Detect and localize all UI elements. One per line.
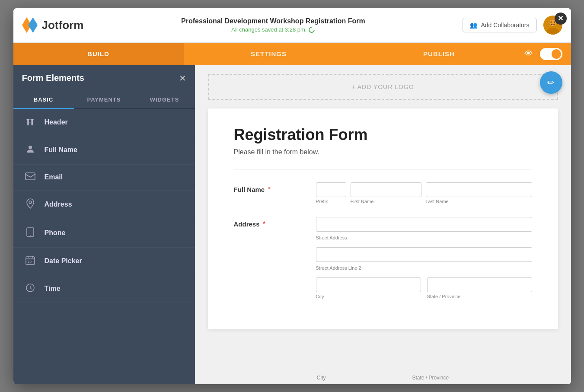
header-icon: H — [24, 117, 37, 128]
logo-text: Jotform — [42, 19, 84, 32]
modal: ✕ Jotform Professional Development Works… — [13, 8, 571, 384]
form-subheading: Please fill in the form below. — [234, 148, 532, 156]
logo-add-area[interactable]: + ADD YOUR LOGO — [208, 74, 558, 100]
state-group: State / Province — [427, 277, 532, 299]
firstname-group: First Name — [351, 182, 421, 204]
sidebar-item-datepicker[interactable]: 10 Date Picker — [13, 248, 195, 275]
time-icon — [24, 283, 37, 295]
address-label-col: Address * — [234, 217, 303, 299]
name-fields-row: Prefix First Name Last Name — [316, 182, 532, 204]
sidebar-tab-payments[interactable]: PAYMENTS — [74, 91, 134, 108]
city-label: City — [316, 294, 421, 299]
sidebar-item-header[interactable]: H Header — [13, 109, 195, 136]
svg-point-7 — [554, 22, 555, 23]
toggle-switch[interactable] — [540, 48, 562, 60]
sidebar-close-button[interactable]: ✕ — [179, 73, 186, 83]
save-status: All changes saved at 3:28 pm. — [181, 26, 365, 33]
nav-tab-publish[interactable]: PUBLISH — [354, 43, 524, 65]
form-card: Registration Form Please fill in the for… — [208, 108, 558, 329]
background: ✕ Jotform Professional Development Works… — [0, 0, 584, 392]
sidebar-item-address[interactable]: Address — [13, 191, 195, 219]
address-inputs: Street Address Street Address Line 2 — [316, 217, 532, 299]
sidebar-header: Form Elements ✕ — [13, 65, 195, 91]
nav-right-controls: 👁 — [524, 48, 571, 60]
header-center: Professional Development Workshop Regist… — [181, 17, 365, 33]
firstname-label: First Name — [351, 199, 421, 204]
sidebar-tabs: BASIC PAYMENTS WIDGETS — [13, 91, 195, 109]
sidebar-title: Form Elements — [22, 73, 84, 83]
street-address2-row: Street Address Line 2 — [316, 247, 532, 271]
header-right: 👥 Add Collaborators — [463, 16, 562, 35]
sidebar-tab-basic[interactable]: BASIC — [13, 91, 74, 108]
datepicker-icon: 10 — [24, 255, 37, 267]
form-heading: Registration Form — [234, 126, 532, 144]
sidebar-item-email[interactable]: Email — [13, 165, 195, 191]
form-divider — [234, 169, 532, 169]
nav-tab-build[interactable]: BUILD — [13, 43, 184, 65]
firstname-input[interactable] — [351, 182, 421, 197]
lastname-input[interactable] — [426, 182, 532, 197]
street-label: Street Address — [316, 235, 347, 240]
jotform-logo-icon — [22, 17, 38, 33]
toggle-knob — [552, 49, 561, 59]
state-label: State / Province — [427, 294, 532, 299]
lastname-group: Last Name — [426, 182, 532, 204]
nav-tab-settings[interactable]: SETTINGS — [184, 43, 354, 65]
fullname-field: Full Name * Prefix F — [234, 182, 532, 204]
pencil-icon: ✏ — [547, 77, 555, 88]
address-required: * — [263, 220, 265, 228]
address-icon — [24, 198, 37, 211]
bottom-state-label: State / Province — [412, 375, 449, 381]
fullname-icon — [24, 144, 37, 156]
refresh-icon — [308, 25, 316, 34]
main-area: Form Elements ✕ BASIC PAYMENTS WIDGETS — [13, 65, 571, 384]
svg-rect-9 — [26, 173, 35, 180]
sidebar-item-time[interactable]: Time — [13, 275, 195, 303]
preview-eye-icon[interactable]: 👁 — [524, 49, 533, 59]
city-group: City — [316, 277, 421, 299]
address-label: Address — [234, 220, 260, 228]
form-title: Professional Development Workshop Regist… — [181, 17, 365, 25]
city-input[interactable] — [316, 277, 421, 292]
header: Jotform Professional Development Worksho… — [13, 8, 571, 43]
edit-pencil-button[interactable]: ✏ — [540, 71, 562, 94]
bottom-bar: City State / Province — [195, 371, 571, 384]
sidebar-item-fullname[interactable]: Full Name — [13, 136, 195, 165]
logo-area: Jotform — [22, 17, 84, 33]
street-address-row: Street Address — [316, 217, 532, 241]
phone-icon — [24, 227, 37, 239]
fullname-inputs: Prefix First Name Last Name — [316, 182, 532, 204]
collab-icon: 👥 — [470, 22, 477, 29]
street2-label: Street Address Line 2 — [316, 265, 361, 271]
svg-point-6 — [550, 22, 552, 23]
svg-text:10: 10 — [28, 260, 32, 264]
street-address2-input[interactable] — [316, 247, 532, 262]
svg-point-11 — [30, 235, 31, 236]
prefix-group: Prefix — [316, 182, 346, 204]
street-address-input[interactable] — [316, 217, 532, 232]
city-state-row: City State / Province — [316, 277, 532, 299]
sidebar: Form Elements ✕ BASIC PAYMENTS WIDGETS — [13, 65, 195, 384]
svg-point-8 — [29, 146, 32, 149]
sidebar-items-list: H Header Full Name Email — [13, 109, 195, 384]
fullname-label-col: Full Name * — [234, 182, 303, 204]
add-collaborators-button[interactable]: 👥 Add Collaborators — [463, 18, 536, 32]
lastname-label: Last Name — [426, 199, 532, 204]
sidebar-tab-widgets[interactable]: WIDGETS — [134, 91, 195, 108]
fullname-required: * — [268, 186, 271, 193]
sidebar-item-phone[interactable]: Phone — [13, 219, 195, 248]
state-input[interactable] — [427, 277, 532, 292]
prefix-label: Prefix — [316, 199, 346, 204]
address-field: Address * Street Address — [234, 217, 532, 299]
bottom-city-label: City — [317, 375, 326, 381]
form-canvas: + ADD YOUR LOGO ✏ Registration Form Plea… — [195, 65, 571, 384]
fullname-label: Full Name — [234, 186, 265, 193]
email-icon — [24, 172, 37, 182]
prefix-input[interactable] — [316, 182, 346, 197]
nav-bar: BUILD SETTINGS PUBLISH 👁 — [13, 43, 571, 65]
svg-point-10 — [29, 201, 32, 204]
modal-close-button[interactable]: ✕ — [555, 13, 567, 25]
svg-marker-1 — [28, 17, 38, 33]
